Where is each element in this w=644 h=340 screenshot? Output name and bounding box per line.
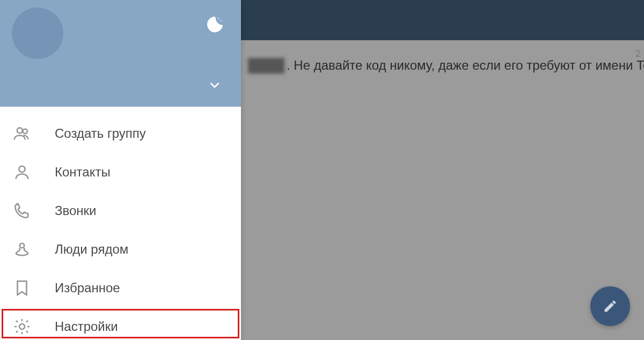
sidebar-header xyxy=(0,0,241,107)
svg-point-2 xyxy=(17,128,23,133)
compose-fab[interactable] xyxy=(590,286,630,326)
account-expand-toggle[interactable] xyxy=(208,78,222,94)
menu-label: Звонки xyxy=(55,203,96,218)
bookmark-icon xyxy=(13,279,31,297)
menu-label: Люди рядом xyxy=(55,242,128,257)
svg-point-1 xyxy=(220,20,221,21)
person-icon xyxy=(13,163,31,181)
sidebar-item-contacts[interactable]: Контакты xyxy=(0,153,241,191)
nearby-icon xyxy=(13,240,31,258)
blurred-code: ████ xyxy=(248,58,284,73)
menu-label: Создать группу xyxy=(55,126,146,141)
gear-icon xyxy=(13,317,31,336)
sidebar-item-settings[interactable]: Настройки xyxy=(0,307,241,340)
sidebar-item-create-group[interactable]: Создать группу xyxy=(0,114,241,153)
sidebar-item-people-nearby[interactable]: Люди рядом xyxy=(0,230,241,269)
menu-label: Настройки xyxy=(55,319,118,334)
svg-point-6 xyxy=(19,324,25,329)
phone-icon xyxy=(13,202,31,220)
sidebar-item-saved-messages[interactable]: Избранное xyxy=(0,269,241,307)
group-icon xyxy=(13,124,31,143)
chevron-down-icon xyxy=(208,78,222,92)
menu-label: Контакты xyxy=(55,165,111,180)
menu-label: Избранное xyxy=(55,280,120,295)
avatar[interactable] xyxy=(12,8,63,59)
sidebar-item-calls[interactable]: Звонки xyxy=(0,191,241,230)
svg-point-0 xyxy=(218,18,219,19)
night-mode-toggle[interactable] xyxy=(206,15,225,36)
svg-point-3 xyxy=(23,129,27,134)
moon-icon xyxy=(206,15,225,34)
svg-point-5 xyxy=(20,243,25,248)
message-text: ████. Не давайте код никому, даже если е… xyxy=(248,58,644,73)
sidebar-drawer: Создать группу Контакты Звонки Люди рядо… xyxy=(0,0,241,340)
svg-point-4 xyxy=(19,166,25,172)
pencil-icon xyxy=(603,299,618,314)
sidebar-menu: Создать группу Контакты Звонки Люди рядо… xyxy=(0,107,241,340)
